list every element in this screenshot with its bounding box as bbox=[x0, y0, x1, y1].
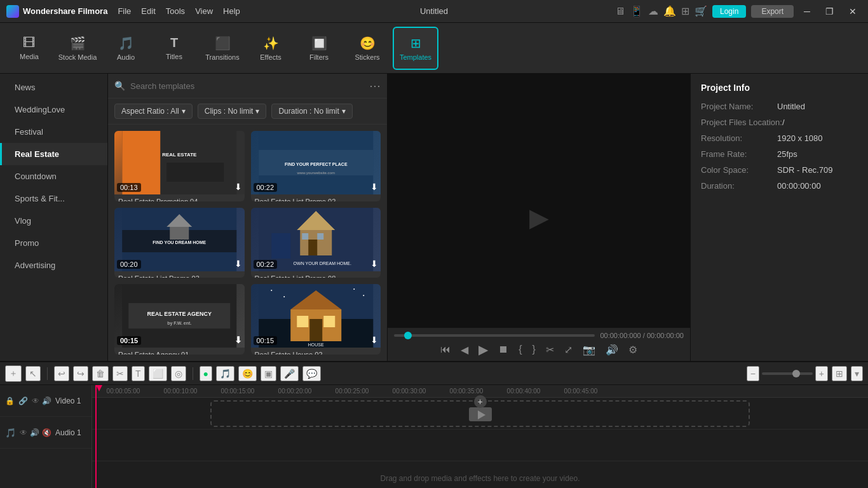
tl-subtitle-button[interactable]: 💬 bbox=[302, 366, 321, 381]
tool-transitions[interactable]: ⬛ Transitions bbox=[200, 27, 245, 70]
template-download-re04[interactable]: ⬇ bbox=[234, 182, 242, 192]
tl-text-button[interactable]: T bbox=[132, 366, 145, 381]
track-vol-icon[interactable]: 🔊 bbox=[42, 396, 51, 405]
play-button[interactable]: ▶ bbox=[478, 342, 488, 357]
bracket-in-icon[interactable]: { bbox=[519, 344, 522, 355]
sidebar-item-advertising[interactable]: Advertising bbox=[0, 254, 107, 276]
tl-select-button[interactable]: ↖ bbox=[25, 366, 41, 381]
cut-icon[interactable]: ✂ bbox=[546, 344, 554, 356]
close-button[interactable]: ✕ bbox=[844, 5, 862, 18]
tool-media[interactable]: 🎞 Media bbox=[6, 27, 52, 70]
menu-help[interactable]: Help bbox=[223, 6, 240, 16]
settings-button[interactable]: ⚙ bbox=[628, 344, 637, 356]
track-audio-mute-icon[interactable]: 🔇 bbox=[42, 428, 51, 437]
template-card-relist03[interactable]: FIND YOU DREAM HOME 00:20 ⬇ Real Estate … bbox=[114, 208, 245, 278]
skip-back-button[interactable]: ⏮ bbox=[440, 344, 451, 355]
template-card-relist08[interactable]: OWN YOUR DREAM HOME. 00:22 ⬇ Real Estate… bbox=[251, 208, 381, 278]
search-input[interactable] bbox=[130, 81, 364, 91]
tl-sticker-button[interactable]: 😊 bbox=[238, 366, 257, 381]
template-download-relist02[interactable]: ⬇ bbox=[370, 182, 378, 192]
template-download-reagency[interactable]: ⬇ bbox=[234, 335, 242, 345]
template-download-relist03[interactable]: ⬇ bbox=[234, 259, 242, 269]
template-thumb-re04: REAL ESTATE 00:13 ⬇ bbox=[114, 131, 245, 194]
video-track-content: + bbox=[92, 398, 868, 430]
timeline-content: 00:00:05:00 00:00:10:00 00:00:15:00 00:0… bbox=[92, 385, 868, 488]
stop-button[interactable]: ⏹ bbox=[498, 344, 508, 355]
svg-point-32 bbox=[271, 290, 272, 291]
tl-add-track-button[interactable]: ＋ bbox=[5, 365, 22, 382]
tl-cut-button[interactable]: ✂ bbox=[112, 366, 128, 381]
more-options-icon[interactable]: ⋯ bbox=[369, 79, 381, 93]
tool-audio[interactable]: 🎵 Audio bbox=[103, 27, 149, 70]
tl-pip-button[interactable]: ▣ bbox=[261, 366, 276, 381]
track-audio-vol-icon[interactable]: 🔊 bbox=[30, 428, 39, 437]
tl-effect-button[interactable]: ◎ bbox=[171, 366, 186, 381]
tl-zoom-out-button[interactable]: − bbox=[747, 366, 759, 381]
tl-record-button[interactable]: ● bbox=[200, 366, 212, 381]
template-card-reagency[interactable]: REAL ESTATE AGENCY by F.W. ent. 00:15 ⬇ … bbox=[114, 284, 245, 355]
export-button[interactable]: Export bbox=[751, 5, 794, 18]
tool-audio-label: Audio bbox=[117, 53, 135, 61]
minimize-button[interactable]: ─ bbox=[799, 5, 815, 18]
sidebar-item-vlog[interactable]: Vlog bbox=[0, 210, 107, 232]
menu-view[interactable]: View bbox=[195, 6, 213, 16]
tl-zoom-track[interactable] bbox=[762, 372, 813, 375]
template-download-relist08[interactable]: ⬇ bbox=[370, 259, 378, 269]
tl-undo-button[interactable]: ↩ bbox=[54, 366, 69, 381]
search-icon: 🔍 bbox=[114, 81, 125, 91]
sidebar-item-sports-fit[interactable]: Sports & Fit... bbox=[0, 187, 107, 210]
filter-duration[interactable]: Duration : No limit ▾ bbox=[271, 104, 352, 119]
sidebar-item-news[interactable]: News bbox=[0, 76, 107, 98]
drop-zone: + bbox=[210, 400, 750, 427]
track-audio-eye-icon[interactable]: 👁 bbox=[20, 428, 27, 437]
filter-aspect-ratio[interactable]: Aspect Ratio : All ▾ bbox=[114, 104, 193, 119]
tl-audio-button[interactable]: 🎵 bbox=[216, 366, 234, 381]
tl-voice-button[interactable]: 🎤 bbox=[280, 366, 299, 381]
tool-stickers[interactable]: 😊 Stickers bbox=[344, 27, 390, 70]
player-controls-overlay: 00:00:00:000 / 00:00:00:00 ⏮ ◀ ▶ ⏹ { } ✂ bbox=[388, 328, 690, 361]
sidebar-item-countdown[interactable]: Countdown bbox=[0, 165, 107, 187]
tool-stock-media[interactable]: 🎬 Stock Media bbox=[55, 27, 100, 70]
volume-button[interactable]: 🔊 bbox=[606, 344, 618, 356]
sidebar-item-festival[interactable]: Festival bbox=[0, 121, 107, 143]
menu-file[interactable]: File bbox=[118, 6, 131, 16]
fullscreen-button[interactable]: ⤢ bbox=[564, 344, 573, 356]
template-duration-relist02: 00:22 bbox=[254, 183, 278, 192]
step-back-button[interactable]: ◀ bbox=[461, 344, 468, 356]
maximize-button[interactable]: ❐ bbox=[820, 5, 839, 18]
playhead-track[interactable] bbox=[394, 334, 595, 337]
track-link-icon: 🔗 bbox=[18, 396, 28, 405]
sidebar-item-promo[interactable]: Promo bbox=[0, 232, 107, 254]
template-card-re04[interactable]: REAL ESTATE 00:13 ⬇ Real Estate Promotio… bbox=[114, 131, 245, 201]
template-card-relist02[interactable]: FIND YOUR PERFECT PLACE www.yourwebsite.… bbox=[251, 131, 381, 201]
tl-zoom-in-button[interactable]: + bbox=[815, 366, 828, 381]
template-thumb-relist03: FIND YOU DREAM HOME 00:20 ⬇ bbox=[114, 208, 245, 271]
menu-tools[interactable]: Tools bbox=[166, 6, 185, 16]
screenshot-button[interactable]: 📷 bbox=[583, 344, 595, 356]
tool-titles[interactable]: T Titles bbox=[151, 27, 197, 70]
sidebar-item-real-estate[interactable]: Real Estate bbox=[0, 143, 107, 165]
tl-delete-button[interactable]: 🗑 bbox=[92, 366, 109, 381]
filter-clips[interactable]: Clips : No limit ▾ bbox=[198, 104, 267, 119]
sidebar-item-weddinglove[interactable]: WeddingLove bbox=[0, 98, 107, 121]
tl-more-button[interactable]: ▾ bbox=[851, 366, 863, 381]
tool-effects[interactable]: ✨ Effects bbox=[248, 27, 294, 70]
template-download-rehouse[interactable]: ⬇ bbox=[370, 335, 378, 345]
menu-edit[interactable]: Edit bbox=[141, 6, 155, 16]
template-grid: REAL ESTATE 00:13 ⬇ Real Estate Promotio… bbox=[108, 125, 387, 361]
svg-text:by F.W. ent.: by F.W. ent. bbox=[167, 321, 191, 326]
tl-crop-button[interactable]: ⬜ bbox=[149, 366, 167, 381]
svg-point-34 bbox=[353, 288, 355, 290]
login-button[interactable]: Login bbox=[712, 5, 746, 18]
tl-layout-button[interactable]: ⊞ bbox=[832, 366, 847, 381]
template-card-rehouse[interactable]: HOUSE 00:15 ⬇ Real Estate House 02 bbox=[251, 284, 381, 355]
tl-redo-button[interactable]: ↪ bbox=[73, 366, 88, 381]
info-value-resolution: 1920 x 1080 bbox=[777, 133, 823, 143]
bracket-out-icon[interactable]: } bbox=[532, 344, 536, 355]
player-placeholder: ▶ bbox=[529, 203, 549, 232]
template-thumb-reagency: REAL ESTATE AGENCY by F.W. ent. 00:15 ⬇ bbox=[114, 284, 245, 348]
tool-templates[interactable]: ⊞ Templates bbox=[393, 27, 438, 70]
svg-rect-3 bbox=[166, 163, 224, 182]
tool-filters[interactable]: 🔲 Filters bbox=[296, 27, 342, 70]
track-eye-icon[interactable]: 👁 bbox=[32, 396, 39, 405]
